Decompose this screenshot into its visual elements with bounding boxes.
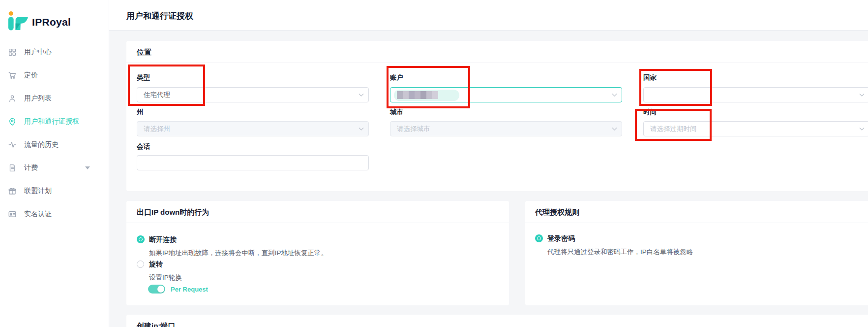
gift-icon bbox=[8, 187, 17, 196]
brand-name: IPRoyal bbox=[32, 16, 71, 28]
chevron-down-icon bbox=[359, 127, 364, 131]
create-ip-port-card-title: 创建ip:端口 bbox=[137, 322, 175, 327]
city-label: 城市 bbox=[390, 108, 403, 117]
brand-logo[interactable]: IPRoyal bbox=[6, 11, 71, 33]
per-request-toggle[interactable] bbox=[148, 285, 165, 294]
sidebar-item-pricing[interactable]: 定价 bbox=[0, 64, 109, 87]
rotate-option-description: 设置IP轮换 bbox=[149, 273, 182, 282]
dashboard-grid-icon bbox=[8, 48, 17, 57]
expiry-time-select[interactable]: 请选择过期时间 bbox=[643, 121, 868, 136]
account-select[interactable] bbox=[390, 87, 622, 102]
auth-card-title: 代理授权规则 bbox=[535, 208, 579, 217]
sidebar-item-traffic-history[interactable]: 流量的历史 bbox=[0, 133, 109, 156]
session-label: 会话 bbox=[137, 142, 150, 151]
state-select[interactable]: 请选择州 bbox=[137, 121, 369, 136]
chevron-down-icon bbox=[859, 127, 865, 131]
time-select-placeholder: 请选择过期时间 bbox=[650, 125, 697, 133]
proxy-auth-rules-card: 代理授权规则 登录密码 代理将只通过登录和密码工作，IP白名单将被忽略 bbox=[525, 201, 868, 305]
cart-icon bbox=[8, 71, 17, 80]
type-select-value: 住宅代理 bbox=[144, 91, 170, 99]
location-card-title: 位置 bbox=[137, 48, 151, 57]
chevron-down-icon bbox=[85, 166, 90, 169]
create-ip-port-card: 创建ip:端口 bbox=[126, 315, 868, 327]
chevron-down-icon bbox=[359, 93, 364, 97]
type-label: 类型 bbox=[137, 73, 150, 82]
country-label: 国家 bbox=[643, 73, 657, 82]
sidebar-item-affiliate[interactable]: 联盟计划 bbox=[0, 179, 109, 202]
time-label: 时间 bbox=[643, 108, 657, 117]
city-select-placeholder: 请选择城市 bbox=[397, 125, 430, 133]
divider bbox=[126, 63, 868, 63]
disconnect-option-label: 断开连接 bbox=[149, 235, 177, 244]
ip-down-behavior-card: 出口IP down时的行为 断开连接 如果IP地址出现故障，连接将会中断，直到I… bbox=[126, 201, 509, 305]
state-select-placeholder: 请选择州 bbox=[144, 125, 170, 133]
sidebar-item-label: 联盟计划 bbox=[24, 187, 52, 196]
sidebar: IPRoyal 用户中心 定价 bbox=[0, 0, 109, 327]
session-input[interactable] bbox=[137, 155, 369, 170]
page-header: 用户和通行证授权 bbox=[109, 0, 868, 31]
sidebar-nav: 用户中心 定价 用户列表 bbox=[0, 40, 109, 226]
sidebar-item-label: 用户和通行证授权 bbox=[24, 117, 79, 126]
sidebar-item-label: 计费 bbox=[24, 164, 38, 172]
sidebar-item-kyc[interactable]: 实名认证 bbox=[0, 202, 109, 226]
chevron-down-icon bbox=[612, 127, 617, 131]
radio-login-password[interactable] bbox=[535, 234, 543, 242]
billing-doc-icon bbox=[8, 164, 17, 172]
activity-icon bbox=[8, 140, 17, 149]
per-request-toggle-label: Per Request bbox=[171, 286, 208, 293]
sidebar-item-label: 流量的历史 bbox=[24, 140, 59, 149]
user-icon bbox=[8, 94, 17, 103]
page-title: 用户和通行证授权 bbox=[126, 10, 193, 22]
sidebar-item-label: 定价 bbox=[24, 71, 38, 80]
divider bbox=[126, 223, 509, 223]
state-label: 州 bbox=[137, 108, 144, 117]
location-pin-icon bbox=[8, 117, 17, 126]
sidebar-item-user-list[interactable]: 用户列表 bbox=[0, 87, 109, 110]
rotate-option-label: 旋转 bbox=[149, 260, 163, 269]
id-card-icon bbox=[8, 210, 17, 219]
sidebar-item-user-pass-auth[interactable]: 用户和通行证授权 bbox=[0, 110, 109, 133]
type-select[interactable]: 住宅代理 bbox=[137, 87, 369, 102]
sidebar-item-label: 用户中心 bbox=[24, 48, 52, 57]
city-select[interactable]: 请选择城市 bbox=[390, 121, 622, 136]
login-password-option-description: 代理将只通过登录和密码工作，IP白名单将被忽略 bbox=[547, 248, 693, 257]
toggle-knob bbox=[157, 286, 164, 293]
radio-disconnect[interactable] bbox=[137, 235, 145, 243]
login-password-option-label: 登录密码 bbox=[547, 234, 575, 243]
divider bbox=[525, 223, 868, 223]
iproyal-logo-icon bbox=[6, 11, 29, 33]
sidebar-item-billing[interactable]: 计费 bbox=[0, 156, 109, 179]
radio-rotate[interactable] bbox=[137, 261, 144, 268]
chevron-down-icon bbox=[612, 93, 617, 97]
app-window: IPRoyal 用户中心 定价 bbox=[0, 0, 868, 327]
ip-down-card-title: 出口IP down时的行为 bbox=[137, 208, 209, 217]
sidebar-item-user-center[interactable]: 用户中心 bbox=[0, 40, 109, 64]
disconnect-option-description: 如果IP地址出现故障，连接将会中断，直到IP地址恢复正常。 bbox=[149, 249, 328, 258]
sidebar-item-label: 用户列表 bbox=[24, 94, 52, 103]
location-card: 位置 类型 住宅代理 账户 国家 州 请选择州 城 bbox=[126, 41, 868, 191]
account-label: 账户 bbox=[390, 73, 403, 82]
redacted-account-value bbox=[397, 91, 438, 99]
sidebar-item-label: 实名认证 bbox=[24, 210, 52, 219]
chevron-down-icon bbox=[859, 93, 865, 97]
country-select[interactable] bbox=[643, 87, 868, 102]
